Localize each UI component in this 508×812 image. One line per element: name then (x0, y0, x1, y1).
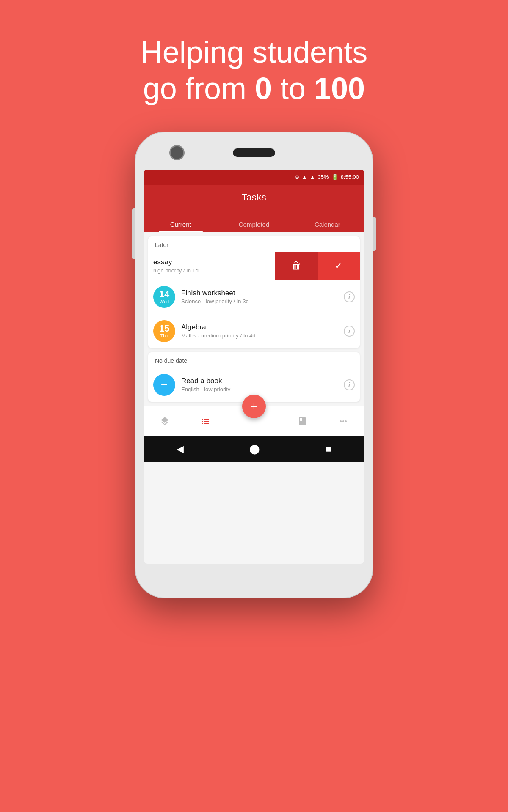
hero-line2: go from 0 to 100 (141, 70, 367, 107)
tab-completed[interactable]: Completed (217, 221, 290, 232)
camera (169, 145, 185, 160)
task-item-algebra[interactable]: 15 Thu Algebra Maths - medium priority /… (148, 314, 360, 348)
nav-more-icon[interactable] (338, 416, 348, 426)
do-not-disturb-icon: ⊖ (295, 174, 299, 180)
phone-mockup: ⊖ ▲ ▲ 35% 🔋 8:55:00 Tasks Current Comple… (135, 132, 373, 598)
worksheet-text: Finish worksheet Science - low priority … (181, 289, 344, 304)
later-header: Later (148, 236, 360, 252)
nav-layers-icon[interactable] (160, 416, 170, 426)
home-button[interactable]: ⬤ (249, 444, 260, 455)
tab-calendar[interactable]: Calendar (291, 221, 364, 232)
speaker (233, 148, 275, 157)
task-item-essay[interactable]: essay high priority / In 1d i 🗑 ✓ (148, 252, 360, 280)
android-nav: ◀ ⬤ ■ (144, 436, 364, 462)
algebra-info-icon[interactable]: i (344, 326, 355, 337)
back-button[interactable]: ◀ (177, 444, 184, 455)
no-due-date-header: No due date (148, 352, 360, 368)
worksheet-info-icon[interactable]: i (344, 291, 355, 302)
tab-bar: Current Completed Calendar (144, 210, 364, 232)
book-info-icon[interactable]: i (344, 379, 355, 390)
app-bar: Tasks (144, 185, 364, 210)
status-bar: ⊖ ▲ ▲ 35% 🔋 8:55:00 (144, 170, 364, 185)
signal-icon: ▲ (310, 174, 315, 180)
check-icon: ✓ (334, 260, 343, 272)
time-text: 8:55:00 (341, 174, 359, 180)
book-subtitle: English - low priority (181, 386, 344, 392)
battery-text: 35% (318, 174, 329, 180)
tab-current[interactable]: Current (144, 221, 217, 232)
hero-section: Helping students go from 0 to 100 (141, 0, 367, 107)
minus-icon: − (161, 378, 168, 392)
algebra-text: Algebra Maths - medium priority / In 4d (181, 323, 344, 339)
nav-book-icon[interactable] (297, 416, 307, 426)
wifi-icon: ▲ (302, 174, 307, 180)
phone-shell: ⊖ ▲ ▲ 35% 🔋 8:55:00 Tasks Current Comple… (135, 132, 373, 598)
phone-screen: ⊖ ▲ ▲ 35% 🔋 8:55:00 Tasks Current Comple… (144, 170, 364, 564)
algebra-subtitle: Maths - medium priority / In 4d (181, 332, 344, 339)
hero-text: Helping students go from 0 to 100 (141, 34, 367, 107)
recent-button[interactable]: ■ (326, 444, 331, 455)
trash-icon: 🗑 (291, 260, 301, 272)
worksheet-subtitle: Science - low priority / In 3d (181, 298, 344, 304)
nav-list-icon[interactable] (201, 416, 211, 426)
content-area: Later essay high priority / In 1d i (144, 232, 364, 406)
app-title: Tasks (242, 192, 267, 203)
battery-icon: 🔋 (331, 174, 338, 180)
book-title: Read a book (181, 377, 344, 385)
delete-button[interactable]: 🗑 (275, 252, 318, 280)
book-text: Read a book English - low priority (181, 377, 344, 392)
worksheet-date-circle: 14 Wed (153, 286, 175, 308)
bottom-nav: + (144, 406, 364, 436)
algebra-title: Algebra (181, 323, 344, 332)
later-card: Later essay high priority / In 1d i (148, 236, 360, 348)
algebra-date-circle: 15 Thu (153, 320, 175, 342)
worksheet-title: Finish worksheet (181, 289, 344, 297)
swipe-actions: 🗑 ✓ (275, 252, 360, 280)
task-item-worksheet[interactable]: 14 Wed Finish worksheet Science - low pr… (148, 280, 360, 314)
fab-button[interactable]: + (242, 395, 266, 418)
hero-line1: Helping students (141, 34, 367, 70)
complete-button[interactable]: ✓ (318, 252, 360, 280)
book-circle: − (153, 374, 175, 396)
